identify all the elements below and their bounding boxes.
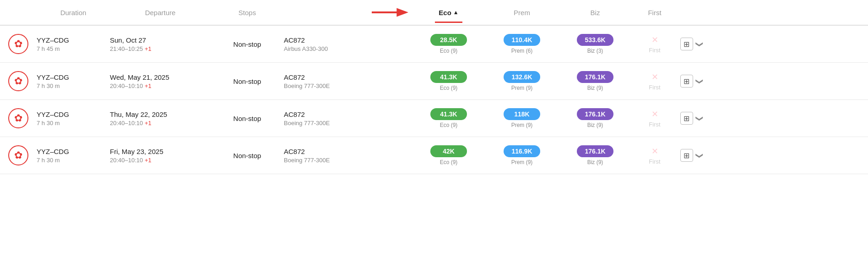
- actions-cell: ⊞ ❯: [678, 38, 705, 50]
- header-eco[interactable]: Eco ▲: [412, 9, 485, 16]
- eco-seats: Eco (9): [440, 85, 458, 91]
- table-body: ✿ YYZ–CDG 7 h 45 m Sun, Oct 27 21:40–10:…: [0, 26, 868, 174]
- air-canada-logo: ✿: [8, 34, 28, 54]
- biz-seats: Biz (3): [587, 48, 603, 54]
- svg-marker-1: [396, 8, 408, 16]
- table-row: ✿ YYZ–CDG 7 h 30 m Thu, May 22, 2025 20:…: [0, 100, 868, 137]
- route-cell: YYZ–CDG 7 h 45 m: [37, 36, 110, 52]
- expand-button[interactable]: ⊞: [680, 38, 693, 50]
- maple-leaf-icon: ✿: [14, 39, 22, 49]
- air-canada-logo: ✿: [8, 108, 28, 128]
- aircraft: Boeing 777-300E: [284, 120, 412, 126]
- sort-asc-icon: ▲: [453, 9, 459, 16]
- prem-seats: Prem (9): [511, 159, 533, 165]
- eco-price-badge[interactable]: 28.5K: [430, 34, 467, 46]
- eco-price-cell[interactable]: 41.3K Eco (9): [412, 108, 485, 128]
- route-name: YYZ–CDG: [37, 73, 110, 81]
- header-departure: Departure: [110, 9, 211, 16]
- duration: 7 h 30 m: [37, 82, 110, 89]
- flight-number: AC872: [284, 148, 412, 155]
- header-first[interactable]: First: [632, 9, 678, 16]
- table-row: ✿ YYZ–CDG 7 h 45 m Sun, Oct 27 21:40–10:…: [0, 26, 868, 63]
- stops-cell: Non-stop: [211, 77, 284, 85]
- biz-price-cell[interactable]: 176.1K Biz (9): [559, 108, 632, 128]
- prem-price-cell[interactable]: 110.4K Prem (6): [485, 34, 559, 54]
- first-cell: ✕ First: [632, 146, 678, 165]
- header-stops: Stops: [211, 9, 284, 16]
- table-row: ✿ YYZ–CDG 7 h 30 m Wed, May 21, 2025 20:…: [0, 63, 868, 100]
- biz-price-badge[interactable]: 176.1K: [577, 71, 613, 83]
- expand-button[interactable]: ⊞: [680, 75, 693, 88]
- duration: 7 h 30 m: [37, 157, 110, 164]
- flight-cell: AC872 Airbus A330-300: [284, 36, 412, 52]
- chevron-down-icon[interactable]: ❯: [695, 116, 704, 121]
- table-header: Duration Departure Stops Eco ▲ Prem Biz …: [0, 0, 868, 26]
- eco-price-badge[interactable]: 41.3K: [430, 71, 467, 83]
- eco-seats: Eco (9): [440, 48, 458, 54]
- actions-cell: ⊞ ❯: [678, 112, 705, 125]
- prem-price-badge[interactable]: 110.4K: [504, 34, 540, 46]
- first-unavailable-icon: ✕: [651, 109, 658, 119]
- chevron-down-icon[interactable]: ❯: [695, 153, 704, 159]
- biz-price-cell[interactable]: 176.1K Biz (9): [559, 71, 632, 91]
- expand-button[interactable]: ⊞: [680, 112, 693, 125]
- header-prem[interactable]: Prem: [485, 9, 559, 16]
- route-cell: YYZ–CDG 7 h 30 m: [37, 73, 110, 89]
- chevron-down-icon[interactable]: ❯: [695, 78, 704, 84]
- prem-price-badge[interactable]: 118K: [504, 108, 540, 120]
- departure-time: 21:40–10:25 +1: [110, 45, 211, 52]
- departure-time: 20:40–10:10 +1: [110, 82, 211, 89]
- eco-price-cell[interactable]: 42K Eco (9): [412, 145, 485, 165]
- eco-price-badge[interactable]: 41.3K: [430, 108, 467, 120]
- actions-cell: ⊞ ❯: [678, 149, 705, 162]
- departure-time: 20:40–10:10 +1: [110, 120, 211, 126]
- prem-price-badge[interactable]: 116.9K: [504, 145, 540, 157]
- departure-cell: Fri, May 23, 2025 20:40–10:10 +1: [110, 148, 211, 164]
- flight-cell: AC872 Boeing 777-300E: [284, 148, 412, 164]
- biz-price-cell[interactable]: 176.1K Biz (9): [559, 145, 632, 165]
- eco-seats: Eco (9): [440, 159, 458, 165]
- biz-price-badge[interactable]: 176.1K: [577, 145, 613, 157]
- prem-seats: Prem (9): [511, 122, 533, 128]
- maple-leaf-icon: ✿: [14, 113, 22, 123]
- departure-date: Thu, May 22, 2025: [110, 110, 211, 118]
- header-biz[interactable]: Biz: [559, 9, 632, 16]
- airline-logo-cell: ✿: [0, 145, 37, 165]
- flight-number: AC872: [284, 73, 412, 81]
- prem-price-cell[interactable]: 116.9K Prem (9): [485, 145, 559, 165]
- first-cell: ✕ First: [632, 109, 678, 128]
- eco-price-cell[interactable]: 28.5K Eco (9): [412, 34, 485, 54]
- prem-price-badge[interactable]: 132.6K: [504, 71, 540, 83]
- route-cell: YYZ–CDG 7 h 30 m: [37, 148, 110, 164]
- biz-price-badge[interactable]: 533.6K: [577, 34, 613, 46]
- airline-logo-cell: ✿: [0, 34, 37, 54]
- departure-date: Fri, May 23, 2025: [110, 148, 211, 155]
- biz-price-badge[interactable]: 176.1K: [577, 108, 613, 120]
- airline-logo-cell: ✿: [0, 108, 37, 128]
- airline-logo-cell: ✿: [0, 71, 37, 91]
- aircraft: Airbus A330-300: [284, 45, 412, 52]
- eco-price-cell[interactable]: 41.3K Eco (9): [412, 71, 485, 91]
- flight-number: AC872: [284, 110, 412, 118]
- eco-underline: [435, 22, 462, 23]
- biz-seats: Biz (9): [587, 85, 603, 91]
- plus-one: +1: [145, 82, 152, 89]
- maple-leaf-icon: ✿: [14, 76, 22, 86]
- prem-seats: Prem (9): [511, 85, 533, 91]
- stops-cell: Non-stop: [211, 152, 284, 160]
- first-label: First: [649, 158, 660, 165]
- plus-one: +1: [145, 45, 152, 52]
- duration: 7 h 45 m: [37, 45, 110, 52]
- aircraft: Boeing 777-300E: [284, 82, 412, 89]
- chevron-down-icon[interactable]: ❯: [695, 41, 704, 47]
- prem-price-cell[interactable]: 132.6K Prem (9): [485, 71, 559, 91]
- prem-price-cell[interactable]: 118K Prem (9): [485, 108, 559, 128]
- biz-price-cell[interactable]: 533.6K Biz (3): [559, 34, 632, 54]
- biz-seats: Biz (9): [587, 122, 603, 128]
- departure-time: 20:40–10:10 +1: [110, 157, 211, 164]
- eco-price-badge[interactable]: 42K: [430, 145, 467, 157]
- departure-cell: Thu, May 22, 2025 20:40–10:10 +1: [110, 110, 211, 126]
- expand-button[interactable]: ⊞: [680, 149, 693, 162]
- departure-cell: Wed, May 21, 2025 20:40–10:10 +1: [110, 73, 211, 89]
- actions-cell: ⊞ ❯: [678, 75, 705, 88]
